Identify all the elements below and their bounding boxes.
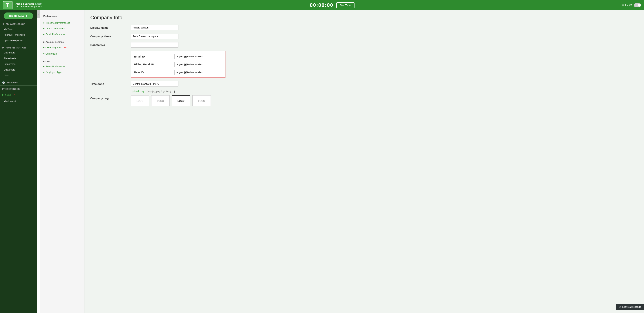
square-bullet-icon2 [43, 61, 44, 62]
bullet-icon [43, 34, 44, 35]
divider-1 [0, 44, 37, 44]
app-logo: T [3, 1, 12, 9]
nav-item-employee-type[interactable]: Employee Type [40, 69, 84, 75]
envelope-icon: ✉ [619, 305, 621, 308]
logo-box-3[interactable]: LOGO [172, 95, 190, 106]
monitor-icon: 🖥 [2, 23, 4, 26]
user-id-input[interactable] [174, 70, 222, 75]
nav-item-roles-preferences[interactable]: Roles Preferences [40, 64, 84, 69]
bullet-icon [43, 28, 44, 29]
sidebar-item-my-account[interactable]: My Account [0, 98, 37, 104]
header-username: Angela Jonson [16, 3, 34, 5]
share-icon: ⇄ [2, 47, 4, 49]
sidebar-item-customers[interactable]: Customers [0, 67, 37, 73]
sidebar-preferences-label: PREFERENCES [2, 88, 20, 90]
email-id-input[interactable] [174, 54, 222, 59]
display-name-input[interactable] [131, 25, 178, 30]
sidebar-item-my-time[interactable]: My Time [0, 26, 37, 32]
company-logo-row: Company Logo Upload Logo (only jpg, png … [90, 90, 638, 106]
sidebar-section-label: MY WORKSPACE [6, 23, 26, 26]
billing-email-input[interactable] [174, 62, 222, 67]
upload-hint: (only jpg, png & gif files ) [147, 90, 171, 93]
nav-account-settings-header: Account Settings [40, 39, 84, 44]
highlighted-email-section: Email ID Billing Email ID User ID [90, 51, 638, 78]
timezone-row: Time Zone [90, 81, 638, 87]
nav-panel: Preferences Timesheet Preferences DCAA C… [40, 10, 84, 313]
guide-label: Guide Off [622, 4, 632, 7]
company-name-input[interactable] [131, 34, 178, 39]
guide-toggle[interactable] [634, 3, 641, 7]
logo-box-2[interactable]: LOGO [151, 95, 170, 106]
sidebar-section-administration: ⇄ ADMINISTRATION [0, 45, 37, 50]
header-company: Tech Forward Incorporation [16, 5, 42, 8]
upload-logo-row: Upload Logo (only jpg, png & gif files )… [131, 90, 211, 93]
guide-section: Guide Off [622, 3, 641, 7]
logo-upload-section: Upload Logo (only jpg, png & gif files )… [131, 90, 211, 106]
nav-preferences-header: Preferences [40, 13, 84, 19]
contact-no-input[interactable] [131, 42, 178, 48]
email-id-label: Email ID [134, 55, 174, 58]
leave-message-label: Leave a message [622, 305, 641, 308]
bullet-icon [43, 53, 44, 54]
contact-no-label: Contact No [90, 43, 131, 47]
header-user-info: Angela Jonson Logout Tech Forward Incorp… [16, 3, 42, 8]
sidebar-item-lists[interactable]: Lists [0, 73, 37, 78]
sidebar-reports-label: REPORTS [6, 81, 18, 84]
content-area: Company Info Display Name Company Name C… [84, 10, 644, 313]
nav-item-dcaa[interactable]: DCAA Compliance [40, 26, 84, 32]
setup-label: Setup [5, 93, 12, 96]
sidebar-item-dashboard[interactable]: Dashboard [0, 50, 37, 56]
page-title: Company Info [90, 15, 638, 21]
timezone-input[interactable] [131, 81, 178, 87]
company-name-row: Company Name [90, 34, 638, 39]
top-header: T Angela Jonson Logout Tech Forward Inco… [0, 0, 644, 10]
display-name-row: Display Name [90, 25, 638, 30]
logo-box-1[interactable]: LOGO [131, 95, 149, 106]
collapse-button[interactable]: ‹ [37, 10, 40, 18]
nav-user-header: User [40, 59, 84, 64]
sidebar-admin-label: ADMINISTRATION [6, 47, 26, 49]
timezone-label: Time Zone [90, 82, 131, 85]
square-bullet-icon [43, 42, 44, 43]
timer-section: 00:00:00 Start Timer [42, 2, 622, 8]
logo-preview-list: LOGO LOGO LOGO LOGO [131, 95, 211, 106]
sidebar-item-approve-timesheets[interactable]: Approve Timesheets [0, 32, 37, 38]
create-new-button[interactable]: Create New ▼ [4, 13, 33, 19]
user-id-row: User ID [134, 70, 222, 75]
chevron-down-icon: ▼ [25, 14, 28, 18]
display-name-label: Display Name [90, 26, 131, 29]
sidebar: Create New ▼ 🖥 MY WORKSPACE My Time Appr… [0, 10, 37, 313]
contact-no-row: Contact No [90, 42, 638, 48]
nav-arrow-icon: ← [64, 46, 67, 49]
upload-logo-link[interactable]: Upload Logo [131, 90, 145, 93]
main-layout: Create New ▼ 🖥 MY WORKSPACE My Time Appr… [0, 10, 644, 313]
start-timer-button[interactable]: Start Timer [336, 3, 355, 8]
email-id-row: Email ID [134, 54, 222, 59]
trash-icon[interactable]: 🗑 [173, 90, 176, 93]
sidebar-section-my-workspace: 🖥 MY WORKSPACE [0, 22, 37, 26]
nav-item-email-preferences[interactable]: Email Preferences [40, 32, 84, 37]
divider-3 [0, 85, 37, 86]
bullet-icon [43, 23, 44, 24]
billing-email-row: Billing Email ID [134, 62, 222, 67]
sidebar-item-approve-expenses[interactable]: Approve Expenses [0, 38, 37, 43]
bullet-icon [43, 66, 44, 67]
logo-box-4[interactable]: LOGO [192, 95, 211, 106]
company-logo-label: Company Logo [90, 97, 131, 100]
logout-link[interactable]: Logout [35, 3, 42, 5]
nav-item-company-info[interactable]: Company Info ← [40, 44, 84, 51]
billing-email-label: Billing Email ID [134, 63, 174, 66]
setup-arrow-icon: ← [13, 93, 17, 97]
nav-item-timesheet-preferences[interactable]: Timesheet Preferences [40, 20, 84, 26]
sidebar-section-preferences: PREFERENCES [0, 86, 37, 91]
leave-message-button[interactable]: ✉ Leave a message [616, 304, 644, 310]
sidebar-item-setup[interactable]: ▶ Setup ← [0, 91, 37, 98]
nav-item-customize[interactable]: Customize [40, 51, 84, 57]
clock-icon: 🕐 [2, 81, 5, 84]
timer-display: 00:00:00 [310, 2, 334, 8]
bullet-icon [43, 47, 44, 48]
company-info-form: Display Name Company Name Contact No Ema… [90, 25, 638, 106]
play-icon: ▶ [2, 93, 4, 96]
sidebar-item-timesheets[interactable]: Timesheets [0, 56, 37, 61]
sidebar-item-employees[interactable]: Employees [0, 61, 37, 67]
